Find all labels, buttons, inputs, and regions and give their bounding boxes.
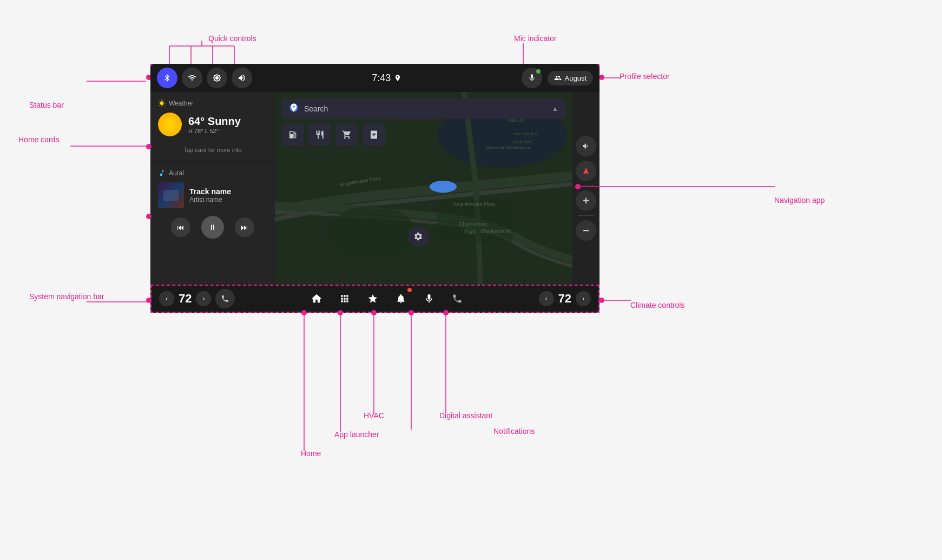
music-app-icon xyxy=(158,169,166,177)
hvac-line xyxy=(373,312,376,416)
previous-button[interactable]: ⏮ xyxy=(171,218,190,237)
system-nav-bar: ‹ 72 › xyxy=(150,285,600,313)
app-launcher-button[interactable] xyxy=(335,289,354,308)
system-nav-label: System navigation bar xyxy=(29,292,104,301)
temp-left-display: 72 xyxy=(179,292,192,306)
climate-line xyxy=(600,299,632,302)
nav-center-buttons xyxy=(307,289,467,308)
location-marker xyxy=(430,181,457,193)
clock-display: 7:43 xyxy=(372,73,401,84)
profile-selector-button[interactable]: August xyxy=(548,71,593,85)
svg-text:Charleston Rd: Charleston Rd xyxy=(480,228,512,234)
time-text: 7:43 xyxy=(372,73,391,84)
notifications-label: Notifications xyxy=(493,427,535,436)
home-button[interactable] xyxy=(307,289,326,308)
mic-line xyxy=(522,43,525,66)
music-app-title: Aural xyxy=(158,169,267,177)
weather-info: 64° Sunny H 78° L 52° xyxy=(188,115,241,134)
music-app-name: Aural xyxy=(169,169,184,177)
google-maps-icon xyxy=(289,103,299,115)
map-category-buttons xyxy=(281,123,566,146)
next-button[interactable]: ⏭ xyxy=(235,218,254,237)
fuel-button[interactable] xyxy=(281,123,304,146)
volume-map-button[interactable] xyxy=(576,136,596,156)
artist-name-text: Artist name xyxy=(189,196,231,203)
navigation-app-label: Navigation app xyxy=(774,196,825,205)
temp-up-right-button[interactable]: › xyxy=(576,291,591,306)
notifications-button[interactable] xyxy=(391,289,411,308)
mic-indicator-button[interactable] xyxy=(522,68,542,88)
quick-controls-container xyxy=(157,68,252,88)
phone-end-button[interactable] xyxy=(447,289,467,308)
pause-button[interactable]: ⏸ xyxy=(201,216,224,239)
brightness-button[interactable] xyxy=(207,68,227,88)
shopping-button[interactable] xyxy=(335,123,358,146)
location-icon xyxy=(394,74,401,82)
profile-name-text: August xyxy=(565,74,587,82)
map-search-overlay: Search ▲ xyxy=(281,98,566,146)
weather-card[interactable]: Weather 64° Sunny H 78° L 52° Tap card f… xyxy=(150,92,275,161)
temperature-text: 64° Sunny xyxy=(188,115,241,128)
weather-label: Weather xyxy=(169,100,193,107)
status-bar: 7:43 August xyxy=(150,64,600,92)
assistant-line xyxy=(445,312,447,414)
album-art xyxy=(158,182,184,208)
app-launcher-line xyxy=(339,312,342,433)
compass-button[interactable] xyxy=(576,161,596,181)
temp-down-right-button[interactable]: ‹ xyxy=(539,291,554,306)
climate-right: ‹ 72 › xyxy=(539,291,591,306)
playback-controls: ⏮ ⏸ ⏭ xyxy=(158,216,267,239)
mic-active-dot xyxy=(536,69,541,74)
music-track-info: Track name Artist name xyxy=(158,182,267,208)
temp-up-left-button[interactable]: › xyxy=(196,291,211,306)
climate-controls-label: Climate controls xyxy=(630,301,684,309)
mic-indicator-label: Mic indicator xyxy=(514,34,557,43)
quick-controls-label: Quick controls xyxy=(208,34,256,43)
profile-selector-line xyxy=(600,77,621,80)
status-bar-line xyxy=(87,78,149,84)
svg-text:Charleston: Charleston xyxy=(459,221,487,227)
temp-down-left-button[interactable]: ‹ xyxy=(159,291,174,306)
weather-main: 64° Sunny H 78° L 52° xyxy=(158,113,267,136)
search-text: Search xyxy=(304,104,546,113)
zoom-out-button[interactable]: − xyxy=(576,220,596,241)
phone-button[interactable] xyxy=(215,289,235,308)
profile-icon xyxy=(554,74,562,82)
svg-text:Amphitheatre Pkwy: Amphitheatre Pkwy xyxy=(453,201,496,207)
status-bar-right: August xyxy=(522,68,593,88)
navigation-map[interactable]: Amphitheatre Pkwy Amphitheatre Pkwy Char… xyxy=(275,92,572,285)
weather-title: Weather xyxy=(158,100,267,107)
zoom-in-button[interactable]: + xyxy=(576,190,596,211)
home-cards-panel: Weather 64° Sunny H 78° L 52° Tap card f… xyxy=(150,92,275,285)
weather-tap-hint: Tap card for more info xyxy=(158,142,267,153)
bluetooth-button[interactable] xyxy=(157,68,177,88)
car-ui: 7:43 August Weather 64° Sunny xyxy=(150,64,600,313)
home-cards-music-dot xyxy=(146,214,151,219)
map-settings-button[interactable] xyxy=(408,226,429,247)
climate-left: ‹ 72 › xyxy=(159,289,235,308)
assistant-button[interactable] xyxy=(419,289,439,308)
nav-app-line xyxy=(576,186,776,188)
parking-button[interactable] xyxy=(363,123,385,146)
home-cards-label: Home cards xyxy=(18,135,59,144)
track-name-text: Track name xyxy=(189,187,231,196)
system-nav-line xyxy=(87,301,149,304)
track-details: Track name Artist name xyxy=(189,187,231,203)
home-line xyxy=(303,312,306,452)
chevron-up-icon: ▲ xyxy=(552,105,558,113)
volume-button[interactable] xyxy=(232,68,252,88)
svg-text:Park: Park xyxy=(464,229,476,235)
zoom-divider xyxy=(578,215,594,216)
high-low-text: H 78° L 52° xyxy=(188,128,241,134)
profile-selector-label: Profile selector xyxy=(620,72,670,81)
temp-right-display: 72 xyxy=(558,292,571,306)
sun-icon xyxy=(158,113,182,136)
signal-button[interactable] xyxy=(182,68,202,88)
hvac-button[interactable] xyxy=(363,289,383,308)
status-bar-label: Status bar xyxy=(29,101,64,109)
search-bar[interactable]: Search ▲ xyxy=(281,98,566,119)
notifications-line xyxy=(410,312,413,431)
restaurant-button[interactable] xyxy=(308,123,331,146)
weather-icon xyxy=(158,100,166,107)
music-card[interactable]: Aural Track name Artist name ⏮ ⏸ ⏭ xyxy=(150,162,275,285)
